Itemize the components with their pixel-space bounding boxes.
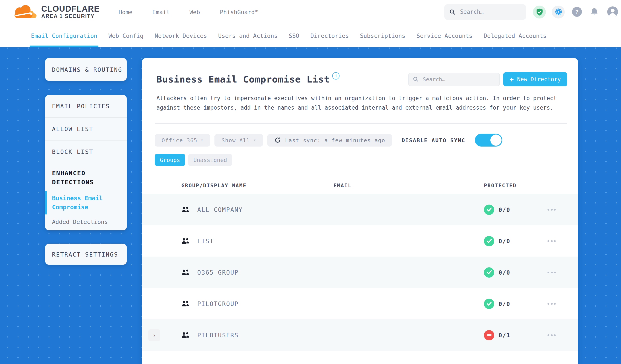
row-menu-button[interactable] (548, 331, 556, 338)
tab-network-devices[interactable]: Network Devices (155, 24, 207, 47)
group-icon (181, 332, 190, 338)
sidebar-item-enhanced-detections[interactable]: ENHANCED DETECTIONS (45, 163, 127, 191)
expand-row-button[interactable]: › (148, 329, 160, 341)
panel-header: Business Email Compromise List i + New D… (156, 72, 567, 87)
filter-toolbar: Office 365 ▾ Show All ▾ Last sync: a few… (155, 134, 564, 147)
refresh-icon (275, 137, 281, 143)
sidebar-policies-card: EMAIL POLICIES ALLOW LIST BLOCK LIST ENH… (45, 95, 127, 230)
chevron-down-icon: ▾ (201, 138, 204, 142)
group-name: PILOTGROUP (197, 300, 239, 307)
row-menu-button[interactable] (548, 300, 556, 307)
auto-sync-toggle[interactable] (475, 134, 502, 147)
sidebar-item-domains-routing[interactable]: DOMAINS & ROUTING (45, 58, 127, 81)
tab-email-configuration[interactable]: Email Configuration (31, 24, 97, 47)
security-status-button[interactable] (533, 5, 546, 18)
notifications-button[interactable] (590, 7, 599, 17)
cloudflare-cloud-icon (11, 3, 38, 21)
row-menu-button[interactable] (548, 206, 556, 213)
chevron-right-icon: › (153, 331, 156, 338)
table-row[interactable]: PILOTGROUP 0/0 (142, 288, 578, 319)
protected-status-icon (484, 236, 494, 246)
nav-email[interactable]: Email (152, 8, 170, 15)
sidebar-item-block-list[interactable]: BLOCK LIST (45, 140, 127, 163)
column-header-protected: PROTECTED (484, 183, 578, 189)
table-row[interactable]: O365_GROUP 0/0 (142, 257, 578, 288)
account-button[interactable] (607, 6, 619, 17)
table-row[interactable]: ALL COMPANY 0/0 (142, 194, 578, 225)
sidebar-item-business-email-compromise[interactable]: Business Email Compromise (45, 191, 127, 214)
divider (155, 123, 567, 124)
column-header-name: GROUP/DISPLAY NAME (175, 183, 333, 189)
nav-web[interactable]: Web (190, 8, 200, 15)
table-row[interactable]: LIST 0/0 (142, 225, 578, 257)
group-name: ALL COMPANY (197, 206, 243, 213)
help-icon: ? (575, 9, 579, 15)
page-description: Attackers often try to impersonate execu… (156, 94, 563, 112)
nav-home[interactable]: Home (119, 8, 133, 15)
groups-table: GROUP/DISPLAY NAME EMAIL PROTECTED ALL C… (142, 177, 578, 351)
section-tabs: Email Configuration Web Config Network D… (0, 24, 621, 47)
page-title: Business Email Compromise List (156, 74, 330, 85)
shield-check-icon (536, 8, 543, 16)
row-menu-button[interactable] (548, 269, 556, 276)
unprotected-status-icon (484, 330, 494, 340)
tab-delegated-accounts[interactable]: Delegated Accounts (484, 24, 547, 47)
sidebar-item-email-policies[interactable]: EMAIL POLICIES (45, 95, 127, 118)
topbar-actions: ? (444, 4, 619, 19)
cloudflare-logo[interactable]: CLOUDFLARE AREA 1 SECURITY (11, 3, 100, 21)
row-menu-button[interactable] (548, 237, 556, 244)
tab-groups[interactable]: Groups (155, 154, 185, 166)
group-name: O365_GROUP (197, 269, 239, 276)
protected-count: 0/0 (499, 300, 510, 307)
group-name: LIST (197, 237, 214, 244)
info-icon[interactable]: i (332, 72, 340, 80)
app-window: CLOUDFLARE AREA 1 SECURITY Home Email We… (0, 0, 621, 364)
sidebar-item-retract-settings[interactable]: RETRACT SETTINGS (45, 244, 127, 265)
top-header: CLOUDFLARE AREA 1 SECURITY Home Email We… (0, 0, 621, 24)
new-directory-button[interactable]: + New Directory (503, 72, 567, 87)
show-filter-select[interactable]: Show All ▾ (215, 134, 263, 146)
table-row[interactable]: › PILOTUSERS 0/1 (142, 319, 578, 351)
brand-subtitle: AREA 1 SECURITY (41, 13, 100, 19)
global-search[interactable] (444, 4, 526, 19)
sidebar-item-allow-list[interactable]: ALLOW LIST (45, 118, 127, 140)
group-icon (181, 238, 190, 244)
tab-service-accounts[interactable]: Service Accounts (417, 24, 472, 47)
group-icon (181, 206, 190, 213)
search-icon (449, 8, 455, 15)
tab-subscriptions[interactable]: Subscriptions (360, 24, 405, 47)
global-search-input[interactable] (459, 8, 521, 16)
search-icon (413, 76, 418, 83)
tab-directories[interactable]: Directories (310, 24, 349, 47)
help-button[interactable]: ? (572, 7, 582, 17)
protected-count: 0/1 (499, 331, 510, 338)
primary-nav: Home Email Web PhishGuard™ (119, 8, 258, 15)
list-search-input[interactable] (422, 76, 495, 83)
bell-icon (590, 7, 599, 17)
tab-sso[interactable]: SSO (289, 24, 299, 47)
group-name: PILOTUSERS (197, 331, 239, 338)
brand-name: CLOUDFLARE (41, 4, 100, 13)
nav-phishguard[interactable]: PhishGuard™ (220, 8, 258, 15)
tab-web-config[interactable]: Web Config (108, 24, 143, 47)
auto-sync-label: DISABLE AUTO SYNC (402, 137, 466, 143)
list-search[interactable] (408, 72, 500, 86)
chevron-down-icon: ▾ (254, 138, 256, 142)
sidebar-item-added-detections[interactable]: Added Detections (45, 214, 127, 229)
plus-icon: + (509, 75, 514, 83)
protected-count: 0/0 (499, 269, 510, 276)
user-avatar-icon (607, 6, 619, 17)
group-icon (181, 300, 190, 307)
bec-list-panel: Business Email Compromise List i + New D… (142, 58, 578, 364)
protected-count: 0/0 (499, 206, 510, 213)
view-tabs: Groups Unassigned (155, 154, 578, 166)
protected-status-icon (484, 204, 494, 215)
table-header-row: GROUP/DISPLAY NAME EMAIL PROTECTED (142, 177, 578, 194)
protected-count: 0/0 (499, 237, 510, 244)
directory-select[interactable]: Office 365 ▾ (155, 134, 210, 146)
tab-users-and-actions[interactable]: Users and Actions (218, 24, 277, 47)
gear-icon (554, 8, 562, 16)
last-sync-button[interactable]: Last sync: a few minutes ago (268, 134, 392, 146)
tab-unassigned[interactable]: Unassigned (188, 154, 232, 166)
settings-button[interactable] (552, 5, 565, 18)
